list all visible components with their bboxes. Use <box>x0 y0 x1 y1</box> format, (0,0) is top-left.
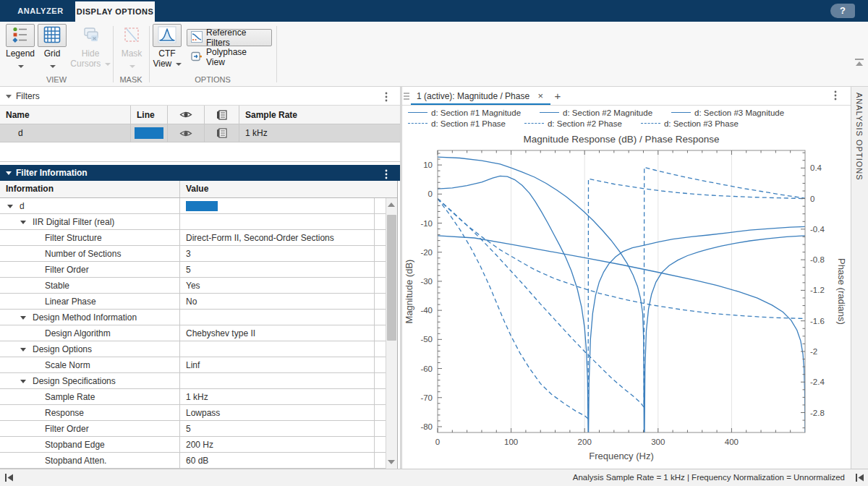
grid-dropdown-icon[interactable] <box>50 65 56 68</box>
collapse-left-panel-icon[interactable] <box>4 473 14 485</box>
column-header-information: Information <box>0 181 180 197</box>
legend-entry: d: Section #2 Phase <box>524 119 622 128</box>
filter-info-row[interactable]: Linear PhaseNo <box>0 294 397 310</box>
svg-text:-0.8: -0.8 <box>810 255 825 264</box>
filter-row-d[interactable]: d 1 kHz <box>0 124 400 142</box>
mask-icon <box>123 26 140 46</box>
svg-text:-30: -30 <box>420 277 433 286</box>
info-label: Scale Norm <box>45 360 90 370</box>
filters-table: Name Line Sample Rate d 1 kHz <box>0 106 400 162</box>
filter-info-row[interactable]: Number of Sections3 <box>0 246 397 262</box>
tab-display-options[interactable]: DISPLAY OPTIONS <box>75 1 155 22</box>
toolbar: Legend Grid Hide <box>0 22 868 87</box>
filter-info-row[interactable]: StableYes <box>0 278 397 294</box>
drag-grip-icon[interactable] <box>404 91 409 101</box>
collapse-toolbar-icon[interactable] <box>854 58 865 68</box>
dashed-line-swatch <box>641 123 660 124</box>
filter-info-row[interactable]: Filter StructureDirect-Form II, Second-O… <box>0 230 397 246</box>
reference-filters-button[interactable]: Reference Filters <box>187 29 272 46</box>
info-label: Response <box>45 408 84 418</box>
filter-information-menu-icon[interactable] <box>381 169 391 180</box>
info-label: IIR Digital Filter (real) <box>33 217 114 227</box>
ctf-view-button[interactable]: CTF View <box>150 24 184 69</box>
plot-menu-icon[interactable] <box>830 90 841 101</box>
tree-expand-icon[interactable] <box>20 348 26 351</box>
filter-info-row[interactable]: Filter Order5 <box>0 262 397 278</box>
reference-filters-label: Reference Filters <box>206 27 268 48</box>
help-button[interactable]: ? <box>830 4 855 18</box>
info-value: Yes <box>186 281 200 291</box>
filter-info-toggle[interactable] <box>205 124 239 142</box>
filter-info-row[interactable]: IIR Digital Filter (real) <box>0 214 397 230</box>
add-tab-button[interactable]: + <box>550 88 565 104</box>
filter-info-row[interactable]: Design Method Information <box>0 310 397 325</box>
filter-info-row[interactable]: Design Specifications <box>0 373 397 389</box>
tree-expand-icon[interactable] <box>7 205 13 208</box>
svg-text:-50: -50 <box>420 335 433 344</box>
filter-info-row[interactable]: Filter Order5 <box>0 421 397 437</box>
filter-info-row[interactable]: Stopband Atten.60 dB <box>0 453 397 469</box>
group-label-options: OPTIONS <box>149 75 276 84</box>
info-value: Direct-Form II, Second-Order Sections <box>186 233 334 243</box>
legend-entry: d: Section #3 Phase <box>641 119 739 128</box>
filters-panel-title: Filters <box>16 91 40 101</box>
info-label: Number of Sections <box>45 249 121 259</box>
svg-text:-1.2: -1.2 <box>810 286 825 294</box>
ctf-view-dropdown-icon[interactable] <box>176 63 182 66</box>
svg-text:200: 200 <box>578 438 592 446</box>
status-text: Analysis Sample Rate = 1 kHz | Frequency… <box>573 473 845 482</box>
info-label: Stopband Atten. <box>45 456 106 466</box>
plot-legend: d: Section #1 Magnitude d: Section #2 Ma… <box>402 106 851 129</box>
svg-text:-70: -70 <box>420 393 433 402</box>
filter-info-row[interactable]: Scale NormLinf <box>0 357 397 373</box>
filter-info-row[interactable]: ResponseLowpass <box>0 405 397 421</box>
grid-icon <box>43 26 61 46</box>
column-header-value: Value <box>180 181 397 197</box>
left-panel: Filters Name Line Sample Rate d <box>0 87 400 469</box>
info-value: 5 <box>186 265 191 275</box>
plot-tab-bar: 1 (active): Magnitude / Phase × + <box>402 87 851 106</box>
filter-info-row[interactable]: Sample Rate1 kHz <box>0 389 397 405</box>
filter-color-swatch[interactable] <box>186 201 218 211</box>
tab-analyzer[interactable]: ANALYZER <box>13 0 68 22</box>
tree-expand-icon[interactable] <box>20 221 26 224</box>
filter-line-color-swatch[interactable] <box>135 127 163 139</box>
filter-info-row[interactable]: Design Options <box>0 341 397 357</box>
legend-label: d: Section #1 Phase <box>431 119 506 128</box>
column-header-line: Line <box>131 106 168 124</box>
plot-tab-active[interactable]: 1 (active): Magnitude / Phase × <box>411 87 550 105</box>
filters-collapse-icon[interactable] <box>6 95 12 98</box>
column-header-info <box>205 106 239 124</box>
close-tab-icon[interactable]: × <box>537 90 543 101</box>
filter-information-collapse-icon[interactable] <box>6 171 12 175</box>
polyphase-view-icon <box>191 51 203 64</box>
polyphase-view-button[interactable]: Polyphase View <box>187 48 272 66</box>
filter-visibility-toggle[interactable] <box>168 124 205 142</box>
scroll-up-icon[interactable] <box>388 202 395 207</box>
tree-expand-icon[interactable] <box>20 316 26 320</box>
filter-info-row[interactable]: d <box>0 198 397 214</box>
legend-entry: d: Section #1 Magnitude <box>408 108 521 117</box>
column-header-visibility <box>168 106 205 124</box>
hide-cursors-label-2: Cursors <box>70 59 101 69</box>
svg-text:Magnitude (dB): Magnitude (dB) <box>404 260 414 324</box>
info-label: Design Algorithm <box>45 328 111 338</box>
legend-label: Legend <box>4 48 36 59</box>
collapse-right-panel-icon[interactable] <box>855 473 865 485</box>
filters-menu-icon[interactable] <box>381 90 391 102</box>
chart-svg[interactable]: 0100200300400100-10-20-30-40-50-60-70-80… <box>402 127 851 469</box>
filter-info-row[interactable]: Design AlgorithmChebyshev type II <box>0 325 397 341</box>
scroll-thumb[interactable] <box>387 215 396 341</box>
info-label: Filter Order <box>45 424 89 434</box>
legend-button[interactable]: Legend <box>4 24 36 65</box>
scrollbar[interactable] <box>386 198 397 469</box>
grid-button[interactable]: Grid <box>38 24 67 65</box>
filter-name: d <box>0 124 131 142</box>
filter-information-header: Filter Information <box>0 165 400 181</box>
analysis-options-strip[interactable]: ANALYSIS OPTIONS <box>851 87 868 469</box>
solid-line-swatch <box>540 112 559 113</box>
tree-expand-icon[interactable] <box>20 380 26 383</box>
scroll-down-icon[interactable] <box>388 460 395 464</box>
filter-info-row[interactable]: Stopband Edge200 Hz <box>0 437 397 453</box>
legend-dropdown-icon[interactable] <box>18 65 24 68</box>
